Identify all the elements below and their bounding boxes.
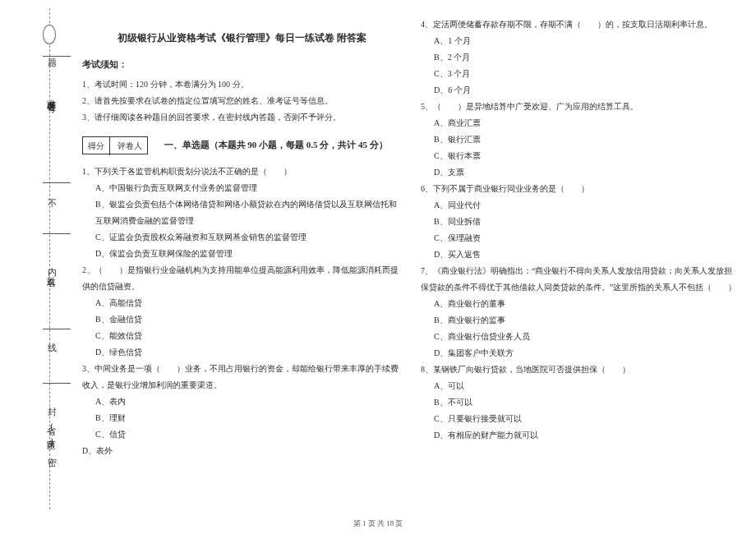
field-province: 省(市区) [45,419,58,447]
option: D、支票 [421,164,740,181]
field-underline [43,182,71,183]
instruction-line: 3、请仔细阅读各种题目的回答要求，在密封线内答题，否则不予评分。 [82,109,401,126]
score-label: 得分 [83,137,110,155]
option: C、商业银行信贷业务人员 [421,329,740,345]
doc-title: 初级银行从业资格考试《银行管理》每日一练试卷 附答案 [82,28,401,48]
column-right: 4、定活两便储蓄存款存期不限，存期不满（ ）的，按支取日活期利率计息。 A、1 … [421,16,740,501]
content-columns: 初级银行从业资格考试《银行管理》每日一练试卷 附答案 考试须知： 1、考试时间：… [82,16,740,501]
option: D、有相应的财产能力就可以 [421,427,740,444]
option: B、银监会负责包括个体网络借贷和网络小额贷款在内的网络借贷以及互联网信托和互联网… [82,196,401,229]
option: B、2 个月 [421,49,740,66]
option: C、保理融资 [421,230,740,246]
option: A、高能信贷 [82,295,401,311]
option: D、集团客户中关联方 [421,345,740,361]
instructions-heading: 考试须知： [82,56,401,73]
instruction-line: 1、考试时间：120 分钟，本卷满分为 100 分。 [82,76,401,93]
option: D、表外 [82,443,401,459]
option: A、可以 [421,378,740,394]
page-footer: 第 1 页 共 18 页 [0,518,756,529]
option: A、1 个月 [421,33,740,49]
field-underline [43,56,71,57]
option: C、证监会负责股权众筹融资和互联网基金销售的监督管理 [82,229,401,246]
grader-label: 评卷人 [113,137,147,155]
score-row: 得分 评卷人 一、单选题（本题共 90 小题，每题 0.5 分，共计 45 分） [82,132,401,159]
option: B、银行汇票 [421,131,740,148]
option: D、绿色信贷 [82,344,401,361]
option: B、理财 [82,410,401,426]
option: C、能效信贷 [82,328,401,344]
question-stem: 4、定活两便储蓄存款存期不限，存期不满（ ）的，按支取日活期利率计息。 [421,16,740,33]
question-stem: 3、中间业务是一项（ ）业务，不用占用银行的资金，却能给银行带来丰厚的手续费收入… [82,361,401,394]
option: D、保监会负责互联网保险的监督管理 [82,246,401,262]
option: C、银行本票 [421,148,740,164]
option: B、同业拆借 [421,214,740,230]
candidate-fields: 省(市区) 姓名 准考证号 [45,33,74,493]
option: A、同业代付 [421,197,740,214]
field-underline [43,383,71,384]
option: C、只要银行接受就可以 [421,411,740,427]
section-heading: 一、单选题（本题共 90 小题，每题 0.5 分，共计 45 分） [164,136,402,154]
field-name: 姓名 [45,269,58,273]
field-ticket: 准考证号 [45,92,58,99]
exam-page: 密 封 线 内 不 答 题 省(市区) 姓名 准考证号 初级银行从业资格考试《银… [0,0,756,534]
option: A、商业银行的董事 [421,296,740,312]
option: A、商业汇票 [421,115,740,131]
option: A、中国银行负责互联网支付业务的监督管理 [82,180,401,196]
question-stem: 6、下列不属于商业银行同业业务的是（ ） [421,181,740,197]
option: B、不可以 [421,394,740,411]
field-underline [43,329,71,329]
option: C、3 个月 [421,66,740,82]
option: B、商业银行的监事 [421,312,740,329]
question-stem: 5、（ ）是异地结算中广受欢迎、广为应用的结算工具。 [421,99,740,115]
option: C、信贷 [82,426,401,443]
option: D、买入返售 [421,246,740,263]
option: B、金融信贷 [82,311,401,328]
instruction-line: 2、请首先按要求在试卷的指定位置填写您的姓名、准考证号等信息。 [82,93,401,109]
question-stem: 8、某钢铁厂向银行贷款，当地医院可否提供担保（ ） [421,361,740,378]
option: D、6 个月 [421,82,740,99]
field-underline [43,233,71,234]
score-box: 得分 评卷人 [82,136,148,154]
column-left: 初级银行从业资格考试《银行管理》每日一练试卷 附答案 考试须知： 1、考试时间：… [82,16,401,501]
question-stem: 2、（ ）是指银行业金融机构为支持用能单位提高能源利用效率，降低能源消耗而提供的… [82,262,401,295]
question-stem: 1、下列关于各监管机构职责划分说法不正确的是（ ） [82,163,401,180]
question-stem: 7、《商业银行法》明确指出：“商业银行不得向关系人发放信用贷款；向关系人发放担保… [421,263,740,296]
option: A、表内 [82,394,401,410]
